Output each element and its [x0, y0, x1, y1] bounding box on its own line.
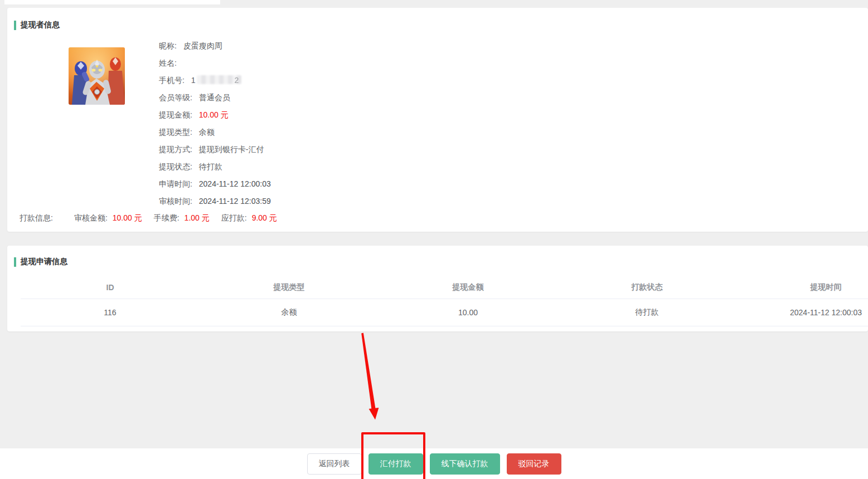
col-header-amount: 提现金额 [379, 276, 557, 299]
cell-time: 2024-11-12 12:00:03 [736, 299, 868, 326]
field-nickname: 昵称: 皮蛋瘦肉周 [159, 37, 271, 55]
section-header: 提现者信息 [14, 20, 60, 30]
col-header-time: 提现时间 [736, 276, 868, 299]
fee-amount: 手续费:1.00 元 [154, 209, 210, 227]
col-header-type: 提现类型 [200, 276, 379, 299]
payment-info-label: 打款信息: [20, 209, 53, 227]
field-review-time: 审核时间: 2024-11-12 12:03:59 [159, 193, 271, 210]
top-edge-strip [4, 0, 220, 4]
field-withdraw-type: 提现类型: 余额 [159, 124, 271, 141]
section-marker-bar [14, 21, 16, 30]
col-header-status: 打款状态 [557, 276, 736, 299]
payment-info-row: 打款信息: 审核金额:10.00 元 手续费:1.00 元 应打款:9.00 元 [20, 209, 289, 227]
section-header: 提现申请信息 [14, 257, 67, 267]
section-title: 提现申请信息 [21, 257, 67, 267]
reject-record-button[interactable]: 驳回记录 [507, 453, 561, 475]
cell-type: 余额 [200, 299, 379, 326]
field-phone: 手机号: 12 [159, 72, 271, 89]
footer-action-bar: 返回列表 汇付打款 线下确认打款 驳回记录 [0, 448, 868, 479]
withdraw-application-table: ID 提现类型 提现金额 打款状态 提现时间 116 余额 10.00 待打款 … [21, 276, 868, 326]
huifu-pay-button[interactable]: 汇付打款 [368, 453, 423, 475]
audit-amount: 审核金额:10.00 元 [74, 209, 142, 227]
table-row: 116 余额 10.00 待打款 2024-11-12 12:00:03 [21, 299, 868, 326]
withdrawer-info-card: 提现者信息 [7, 8, 868, 232]
table-header-row: ID 提现类型 提现金额 打款状态 提现时间 [21, 276, 868, 299]
back-to-list-button[interactable]: 返回列表 [307, 453, 362, 475]
field-withdraw-amount: 提现金额: 10.00 元 [159, 106, 271, 124]
phone-first-digit: 1 [191, 76, 196, 85]
field-withdraw-method: 提现方式: 提现到银行卡-汇付 [159, 141, 271, 158]
field-withdraw-status: 提现状态: 待打款 [159, 158, 271, 175]
field-name: 姓名: [159, 55, 271, 72]
field-member-level: 会员等级: 普通会员 [159, 89, 271, 106]
col-header-id: ID [21, 276, 200, 299]
cell-amount: 10.00 [379, 299, 557, 326]
cell-id: 116 [21, 299, 200, 326]
field-apply-time: 申请时间: 2024-11-12 12:00:03 [159, 175, 271, 193]
cell-status: 待打款 [557, 299, 736, 326]
phone-last-digit: 2 [235, 76, 239, 85]
section-title: 提现者信息 [21, 20, 60, 30]
section-marker-bar [14, 257, 16, 267]
user-avatar [69, 47, 125, 105]
withdrawer-fields: 昵称: 皮蛋瘦肉周 姓名: 手机号: 12 会员等级: 普通会员 提现金额: 1… [159, 37, 271, 210]
offline-confirm-pay-button[interactable]: 线下确认打款 [430, 453, 500, 475]
withdraw-application-card: 提现申请信息 ID 提现类型 提现金额 打款状态 提现时间 116 余额 10.… [7, 246, 868, 331]
payable-amount: 应打款:9.00 元 [221, 209, 277, 227]
